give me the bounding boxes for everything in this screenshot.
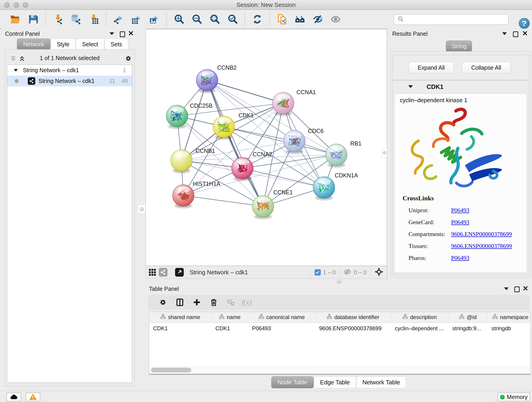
save-session-icon[interactable] bbox=[24, 12, 42, 26]
network-list-item[interactable]: String Network – cdk11148 bbox=[7, 76, 132, 86]
first-neighbors-icon[interactable] bbox=[273, 12, 291, 26]
node-table[interactable]: shared namenamecanonical namedatabase id… bbox=[149, 312, 531, 374]
delete-column-icon[interactable] bbox=[205, 297, 222, 308]
table-cell[interactable]: 9606.ENSP00000378699 bbox=[315, 323, 391, 333]
tab-edge-table[interactable]: Edge Table bbox=[314, 376, 356, 388]
nested-networks-icon[interactable] bbox=[291, 12, 309, 26]
delete-table-icon[interactable] bbox=[222, 297, 239, 308]
gear-icon[interactable] bbox=[124, 55, 132, 63]
tab-string[interactable]: String bbox=[446, 41, 472, 52]
node-CDKN1A[interactable] bbox=[313, 177, 335, 200]
network-canvas[interactable]: CCNB2CCNA1CDC25BCDK1CDC6RB1CCNB1CCNA2CDK… bbox=[146, 29, 387, 266]
panel-menu-icon[interactable] bbox=[109, 32, 114, 35]
node-CCNB1[interactable] bbox=[171, 150, 192, 173]
export-image-icon[interactable] bbox=[145, 12, 163, 26]
node-CCNE1[interactable] bbox=[252, 196, 274, 219]
column-header-name[interactable]: name bbox=[211, 312, 248, 322]
select-columns-icon[interactable] bbox=[171, 297, 188, 308]
node-CDK1[interactable] bbox=[213, 116, 234, 139]
table-cell[interactable]: stringdb:9... bbox=[448, 323, 488, 333]
open-session-icon[interactable] bbox=[6, 12, 24, 26]
refresh-icon[interactable] bbox=[248, 12, 266, 26]
table-cell[interactable]: CDK1 bbox=[149, 323, 211, 333]
selected-nodes-checkbox[interactable] bbox=[315, 269, 321, 275]
divider-handle[interactable] bbox=[337, 279, 341, 284]
column-header-namespace[interactable]: namespace bbox=[488, 312, 531, 322]
panel-close-icon[interactable]: ✕ bbox=[522, 31, 528, 36]
table-cell[interactable]: P06493 bbox=[248, 323, 315, 333]
tab-node-table[interactable]: Node Table bbox=[271, 376, 314, 388]
collapse-icon[interactable] bbox=[14, 69, 18, 71]
table-horizontal-scrollbar[interactable] bbox=[149, 366, 530, 374]
table-settings-gear-icon[interactable] bbox=[154, 297, 171, 308]
function-builder-icon[interactable]: f(x) bbox=[241, 298, 252, 307]
network-list-item[interactable]: String Network – cdk11 bbox=[7, 65, 132, 76]
panel-close-icon[interactable]: ✕ bbox=[128, 31, 134, 36]
search-box[interactable] bbox=[394, 14, 509, 25]
crosslink-link[interactable]: 9606.ENSP00000378699 bbox=[451, 243, 512, 249]
entry-header[interactable]: CDK1 bbox=[393, 81, 529, 93]
panel-menu-icon[interactable] bbox=[502, 32, 507, 35]
tab-network[interactable]: Network bbox=[17, 38, 51, 50]
grid-view-icon[interactable] bbox=[146, 267, 159, 278]
edge-CCNB2-CCNA1[interactable] bbox=[207, 80, 283, 103]
divider-handle[interactable] bbox=[138, 205, 145, 213]
node-CCNA1[interactable] bbox=[272, 92, 294, 116]
zoom-in-icon[interactable] bbox=[170, 12, 188, 26]
import-table-icon[interactable] bbox=[85, 12, 103, 26]
memory-button[interactable]: Memory bbox=[498, 393, 530, 401]
export-network-icon[interactable] bbox=[109, 12, 127, 26]
node-HIST1H1A[interactable] bbox=[172, 185, 194, 208]
zoom-fit-icon[interactable] bbox=[206, 12, 224, 26]
cloud-apps-button[interactable] bbox=[6, 393, 21, 401]
node-CDC6[interactable] bbox=[284, 130, 305, 154]
node-CDC25B[interactable] bbox=[166, 105, 188, 128]
zoom-out-icon[interactable] bbox=[188, 12, 206, 26]
table-cell[interactable]: CDK1 bbox=[211, 323, 248, 333]
show-all-icon[interactable] bbox=[327, 12, 345, 26]
column-header-description[interactable]: description bbox=[391, 312, 448, 322]
open-in-browser-icon[interactable] bbox=[175, 268, 184, 277]
edge-CCNA2-CDKN1A[interactable] bbox=[242, 168, 324, 187]
collapse-entry-icon[interactable] bbox=[408, 85, 413, 88]
tab-style[interactable]: Style bbox=[51, 38, 76, 50]
expand-all-button[interactable]: Expand All bbox=[409, 62, 454, 73]
zoom-selected-icon[interactable] bbox=[224, 12, 241, 26]
tab-sets[interactable]: Sets bbox=[104, 38, 128, 50]
help-button[interactable]: ? bbox=[519, 18, 530, 29]
table-cell[interactable]: stringdb bbox=[488, 323, 531, 333]
scrollbar-thumb[interactable] bbox=[151, 368, 191, 372]
panel-close-icon[interactable]: ✕ bbox=[523, 286, 528, 291]
edge-HIST1H1A-CCNE1[interactable] bbox=[183, 196, 263, 206]
table-cell[interactable]: cyclin–dependent ... bbox=[391, 323, 448, 333]
hide-selected-icon[interactable] bbox=[309, 12, 327, 26]
crosslink-link[interactable]: 9606.ENSP00000378699 bbox=[451, 231, 512, 238]
column-header-id[interactable]: @id bbox=[448, 312, 488, 322]
column-header-canonicalname[interactable]: canonical name bbox=[248, 312, 315, 322]
export-table-icon[interactable] bbox=[127, 12, 145, 26]
network-share-icon[interactable] bbox=[159, 268, 167, 277]
tab-network-table[interactable]: Network Table bbox=[356, 376, 406, 388]
collapse-all-button[interactable]: Collapse All bbox=[462, 62, 510, 73]
crosslink-link[interactable]: P06493 bbox=[451, 255, 469, 262]
panel-float-icon[interactable] bbox=[514, 287, 520, 292]
column-header-sharedname[interactable]: shared name bbox=[149, 312, 211, 322]
import-database-icon[interactable] bbox=[67, 12, 85, 26]
tab-select[interactable]: Select bbox=[76, 38, 104, 50]
table-row[interactable]: CDK1CDK1P064939606.ENSP00000378699cyclin… bbox=[149, 323, 530, 333]
crosslink-link[interactable]: P06493 bbox=[451, 207, 469, 214]
warnings-button[interactable] bbox=[26, 393, 40, 401]
control-panel-divider[interactable] bbox=[138, 29, 146, 388]
panel-float-icon[interactable] bbox=[120, 32, 125, 37]
hidden-eye-icon[interactable] bbox=[343, 268, 351, 277]
divider-handle[interactable] bbox=[382, 148, 387, 158]
birdseye-view-icon[interactable] bbox=[374, 267, 384, 278]
column-header-databaseidentifier[interactable]: database identifier bbox=[315, 312, 391, 322]
panel-float-icon[interactable] bbox=[513, 32, 518, 37]
node-RB1[interactable] bbox=[326, 144, 347, 167]
edge-CCNB2-CCNE1[interactable] bbox=[207, 80, 263, 206]
panel-menu-icon[interactable] bbox=[504, 287, 509, 290]
import-network-icon[interactable] bbox=[49, 12, 67, 26]
search-input[interactable] bbox=[406, 15, 508, 24]
crosslink-link[interactable]: P06493 bbox=[451, 219, 469, 226]
